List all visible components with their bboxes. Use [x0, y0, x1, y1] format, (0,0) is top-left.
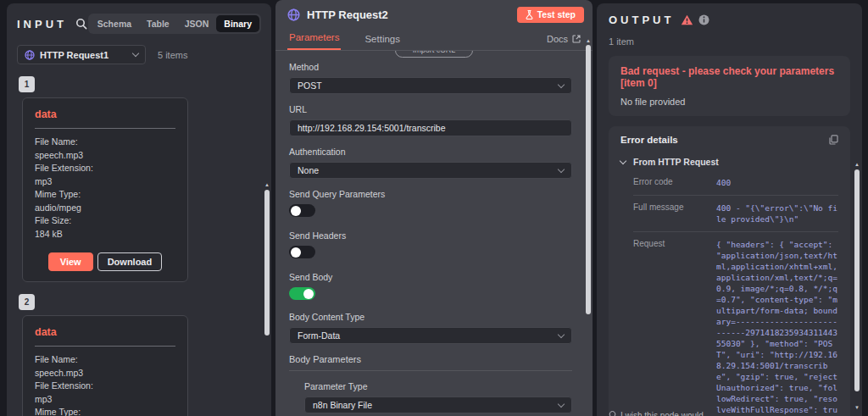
file-size-value: 184 kB — [35, 228, 175, 241]
scroll-up-icon[interactable]: ▲ — [585, 37, 592, 44]
full-message-value: 400 - "{\"error\":\"No file provided\"}\… — [716, 202, 838, 225]
test-step-label: Test step — [537, 9, 576, 19]
url-input[interactable]: http://192.168.29.154:5001/transcribe — [289, 119, 572, 136]
authentication-label: Authentication — [289, 147, 572, 157]
parameters-scroll-area: Import cURL Method POST URL http://192.1… — [275, 51, 593, 416]
send-query-parameters-label: Send Query Parameters — [289, 189, 572, 199]
scroll-up-icon[interactable]: ▲ — [264, 181, 270, 188]
file-ext-label: File Extension: — [35, 380, 175, 393]
external-link-icon — [572, 35, 581, 43]
error-banner: Bad request - please check your paramete… — [609, 56, 850, 116]
from-http-request-label: From HTTP Request — [633, 157, 719, 167]
mime-type-label: Mime Type: — [35, 406, 175, 416]
tab-json[interactable]: JSON — [177, 15, 217, 32]
scroll-up-icon[interactable]: ▲ — [854, 161, 860, 168]
parameter-type-value: n8n Binary File — [313, 400, 372, 410]
error-code-value: 400 — [716, 177, 838, 188]
output-items-count: 1 item — [609, 36, 850, 47]
send-headers-label: Send Headers — [289, 230, 572, 241]
node-settings-panel: HTTP Request2 Test step Parameters Setti… — [275, 0, 593, 416]
tab-parameters[interactable]: Parameters — [287, 27, 341, 50]
body-content-type-label: Body Content Type — [289, 312, 572, 322]
detail-row-full-message: Full message 400 - "{\"error\":\"No file… — [633, 196, 838, 232]
detail-row-error-code: Error code 400 — [633, 170, 838, 196]
file-ext-value: mp3 — [35, 393, 175, 407]
test-step-button[interactable]: Test step — [517, 7, 584, 23]
scroll-down-icon[interactable]: ▼ — [854, 404, 860, 411]
parameters-scrollbar[interactable]: ▲ — [585, 37, 592, 414]
mime-type-value: audio/mpeg — [35, 202, 175, 215]
chevron-down-icon — [558, 400, 565, 407]
method-label: Method — [289, 62, 572, 72]
from-http-request-collapse[interactable]: From HTTP Request — [620, 157, 838, 167]
detail-row-request: Request { "headers": { "accept": "applic… — [633, 232, 838, 416]
parameter-type-select[interactable]: n8n Binary File — [304, 397, 572, 413]
item-index-badge: 1 — [19, 76, 35, 92]
node-title[interactable]: HTTP Request2 — [307, 8, 388, 21]
error-banner-subtitle: No file provided — [620, 97, 838, 107]
lightbulb-icon — [609, 411, 616, 416]
copy-icon[interactable] — [829, 135, 838, 145]
import-curl-button[interactable]: Import cURL — [395, 51, 473, 58]
input-view-tabs: Schema Table JSON Binary — [88, 14, 261, 34]
error-code-label: Error code — [633, 177, 706, 188]
chevron-down-icon — [558, 80, 565, 87]
tab-settings[interactable]: Settings — [363, 29, 402, 50]
error-details-title: Error details — [620, 135, 678, 145]
input-panel: INPUT Schema Table JSON Binary HTTP Requ… — [7, 3, 271, 416]
binary-key-title: data — [35, 326, 175, 338]
chevron-down-icon — [132, 50, 139, 57]
send-query-parameters-toggle[interactable] — [289, 204, 315, 217]
error-banner-title: Bad request - please check your paramete… — [620, 65, 838, 89]
request-label: Request — [633, 239, 706, 416]
input-source-select[interactable]: HTTP Request1 — [17, 45, 146, 64]
method-value: POST — [298, 80, 322, 91]
docs-label: Docs — [547, 34, 568, 44]
info-circle-icon[interactable] — [698, 14, 709, 25]
tab-schema[interactable]: Schema — [90, 15, 139, 32]
binary-key-title: data — [35, 108, 175, 120]
chevron-down-icon — [558, 330, 565, 337]
url-label: URL — [289, 104, 572, 114]
input-source-label: HTTP Request1 — [40, 50, 108, 60]
file-name-value: speech.mp3 — [35, 149, 175, 163]
docs-link[interactable]: Docs — [547, 34, 581, 50]
ndv-modal: INPUT Schema Table JSON Binary HTTP Requ… — [0, 0, 868, 416]
file-ext-label: File Extension: — [35, 162, 175, 175]
authentication-select[interactable]: None — [289, 162, 572, 179]
chevron-down-icon — [558, 165, 565, 172]
tab-table[interactable]: Table — [139, 15, 177, 32]
error-details-card: Error details From HTTP Request Error co… — [609, 126, 850, 416]
output-scrollbar[interactable]: ▲ ▼ — [854, 161, 860, 411]
download-button[interactable]: Download — [97, 252, 163, 271]
file-name-value: speech.mp3 — [35, 367, 175, 380]
item-index-badge: 2 — [19, 294, 35, 310]
globe-icon — [25, 50, 35, 60]
node-feedback-label: I wish this node would... — [620, 411, 710, 416]
chevron-down-icon — [620, 157, 626, 164]
send-body-label: Send Body — [289, 272, 572, 282]
body-content-type-select[interactable]: Form-Data — [289, 327, 572, 344]
file-size-label: File Size: — [35, 214, 175, 228]
warning-triangle-icon — [681, 14, 693, 25]
file-name-label: File Name: — [35, 136, 175, 149]
file-name-label: File Name: — [35, 353, 175, 367]
view-button[interactable]: View — [48, 252, 93, 271]
method-select[interactable]: POST — [289, 77, 572, 94]
output-panel-title: OUTPUT — [609, 14, 674, 26]
tab-binary[interactable]: Binary — [216, 15, 259, 32]
search-icon[interactable] — [75, 18, 87, 30]
input-scrollbar[interactable]: ▲ — [264, 181, 270, 414]
input-items-count: 5 items — [158, 50, 187, 60]
flask-icon — [526, 10, 533, 19]
send-headers-toggle[interactable] — [289, 246, 315, 258]
binary-data-card: data File Name: speech.mp3 File Extensio… — [22, 315, 188, 416]
node-feedback-link[interactable]: I wish this node would... — [609, 411, 710, 416]
send-body-toggle[interactable] — [289, 287, 315, 300]
output-panel: OUTPUT 1 item Bad request - please check… — [597, 3, 862, 416]
request-value: { "headers": { "accept": "application/js… — [716, 239, 838, 416]
authentication-value: None — [298, 165, 319, 175]
http-request-node-icon — [287, 8, 300, 21]
parameter-type-label: Parameter Type — [304, 381, 572, 391]
file-ext-value: mp3 — [35, 175, 175, 189]
